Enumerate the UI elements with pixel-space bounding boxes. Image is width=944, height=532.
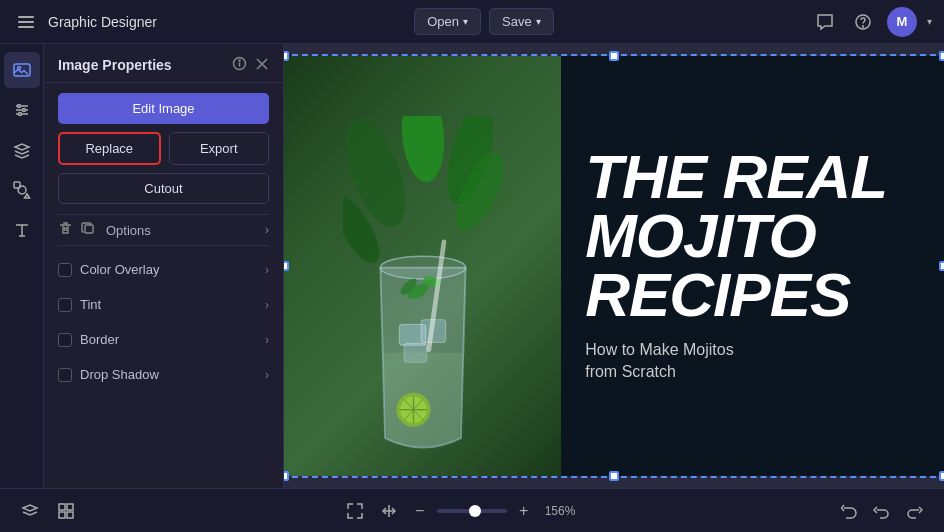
mojito-glass-svg (343, 116, 503, 476)
export-button[interactable]: Export (169, 132, 270, 165)
drop-shadow-chevron[interactable]: › (265, 368, 269, 382)
bottom-left (16, 497, 80, 525)
sidebar-item-adjust[interactable] (4, 92, 40, 128)
handle-ml[interactable] (284, 261, 289, 271)
svg-point-17 (398, 116, 448, 184)
undo-redo (836, 497, 928, 525)
delete-icon[interactable] (58, 221, 73, 239)
canvas-area[interactable]: THE REAL MOJITO RECIPES How to Make Moji… (284, 44, 944, 488)
layers-toggle-icon[interactable] (16, 497, 44, 525)
sidebar-item-text[interactable] (4, 212, 40, 248)
canvas-wrapper: THE REAL MOJITO RECIPES How to Make Moji… (284, 56, 944, 476)
properties-panel: Image Properties Edit Image Replace Expo… (44, 44, 284, 488)
svg-point-9 (18, 113, 21, 116)
mojito-card: THE REAL MOJITO RECIPES How to Make Moji… (284, 56, 944, 476)
zoom-in-button[interactable]: + (513, 500, 535, 522)
color-overlay-label: Color Overlay (80, 262, 159, 277)
mojito-subtitle: How to Make Mojitos from Scratch (585, 339, 920, 384)
drop-shadow-item: Drop Shadow › (58, 361, 269, 388)
handle-tl[interactable] (284, 51, 289, 61)
menu-icon[interactable] (12, 8, 40, 36)
comment-icon[interactable] (811, 8, 839, 36)
user-chevron[interactable]: ▾ (927, 16, 932, 27)
tint-label: Tint (80, 297, 101, 312)
handle-br[interactable] (939, 471, 944, 481)
zoom-out-button[interactable]: − (409, 500, 431, 522)
redo-button[interactable] (900, 497, 928, 525)
props-header-icons (232, 56, 269, 74)
grid-toggle-icon[interactable] (52, 497, 80, 525)
color-overlay-item: Color Overlay › (58, 256, 269, 283)
tint-item: Tint › (58, 291, 269, 318)
drop-shadow-checkbox[interactable] (58, 368, 72, 382)
handle-tr[interactable] (939, 51, 944, 61)
app-title: Graphic Designer (48, 14, 157, 30)
border-checkbox[interactable] (58, 333, 72, 347)
mojito-headline: THE REAL MOJITO RECIPES (585, 148, 920, 325)
duplicate-icon[interactable] (81, 221, 96, 239)
undo-history-button[interactable] (836, 497, 864, 525)
resize-canvas-icon[interactable] (375, 497, 403, 525)
drop-shadow-left: Drop Shadow (58, 367, 159, 382)
topbar-left: Graphic Designer (12, 8, 157, 36)
sidebar-item-shapes[interactable] (4, 172, 40, 208)
tint-checkbox[interactable] (58, 298, 72, 312)
handle-bl[interactable] (284, 471, 289, 481)
border-left: Border (58, 332, 119, 347)
save-button[interactable]: Save ▾ (489, 8, 554, 35)
open-button[interactable]: Open ▾ (414, 8, 481, 35)
options-row: Options › (58, 214, 269, 246)
svg-rect-35 (67, 504, 73, 510)
border-item: Border › (58, 326, 269, 353)
avatar[interactable]: M (887, 7, 917, 37)
props-header: Image Properties (44, 44, 283, 83)
mojito-text-area: THE REAL MOJITO RECIPES How to Make Moji… (561, 56, 944, 476)
color-overlay-left: Color Overlay (58, 262, 159, 277)
options-left: Options (58, 221, 151, 239)
topbar-right: M ▾ (811, 7, 932, 37)
color-overlay-checkbox[interactable] (58, 263, 72, 277)
svg-rect-1 (18, 21, 34, 23)
replace-export-row: Replace Export (58, 132, 269, 165)
zoom-slider[interactable] (437, 509, 507, 513)
svg-rect-34 (59, 504, 65, 510)
mojito-photo (284, 56, 561, 476)
handle-tc[interactable] (609, 51, 619, 61)
info-icon[interactable] (232, 56, 247, 74)
handle-bc[interactable] (609, 471, 619, 481)
topbar-center: Open ▾ Save ▾ (414, 8, 553, 35)
svg-rect-36 (59, 512, 65, 518)
help-icon[interactable] (849, 8, 877, 36)
topbar: Graphic Designer Open ▾ Save ▾ M ▾ (0, 0, 944, 44)
svg-rect-37 (67, 512, 73, 518)
panel-title: Image Properties (58, 57, 172, 73)
svg-point-13 (239, 60, 240, 61)
cutout-button[interactable]: Cutout (58, 173, 269, 204)
close-icon[interactable] (255, 57, 269, 74)
svg-point-20 (380, 256, 465, 279)
tint-left: Tint (58, 297, 101, 312)
sidebar-item-image[interactable] (4, 52, 40, 88)
border-label: Border (80, 332, 119, 347)
undo-button[interactable] (868, 497, 896, 525)
svg-rect-2 (18, 26, 34, 28)
zoom-percent: 156% (545, 504, 576, 518)
svg-rect-0 (18, 16, 34, 18)
options-label: Options (106, 223, 151, 238)
zoom-controls: − + 156% (341, 497, 576, 525)
zoom-slider-thumb (469, 505, 481, 517)
drop-shadow-label: Drop Shadow (80, 367, 159, 382)
color-overlay-chevron[interactable]: › (265, 263, 269, 277)
tint-chevron[interactable]: › (265, 298, 269, 312)
options-chevron[interactable]: › (265, 223, 269, 237)
border-chevron[interactable]: › (265, 333, 269, 347)
svg-point-8 (22, 109, 25, 112)
props-body: Edit Image Replace Export Cutout (44, 83, 283, 398)
action-icons (58, 221, 96, 239)
fit-to-screen-icon[interactable] (341, 497, 369, 525)
sidebar-item-layers[interactable] (4, 132, 40, 168)
handle-mr[interactable] (939, 261, 944, 271)
edit-image-button[interactable]: Edit Image (58, 93, 269, 124)
main-area: Image Properties Edit Image Replace Expo… (0, 44, 944, 488)
replace-button[interactable]: Replace (58, 132, 161, 165)
